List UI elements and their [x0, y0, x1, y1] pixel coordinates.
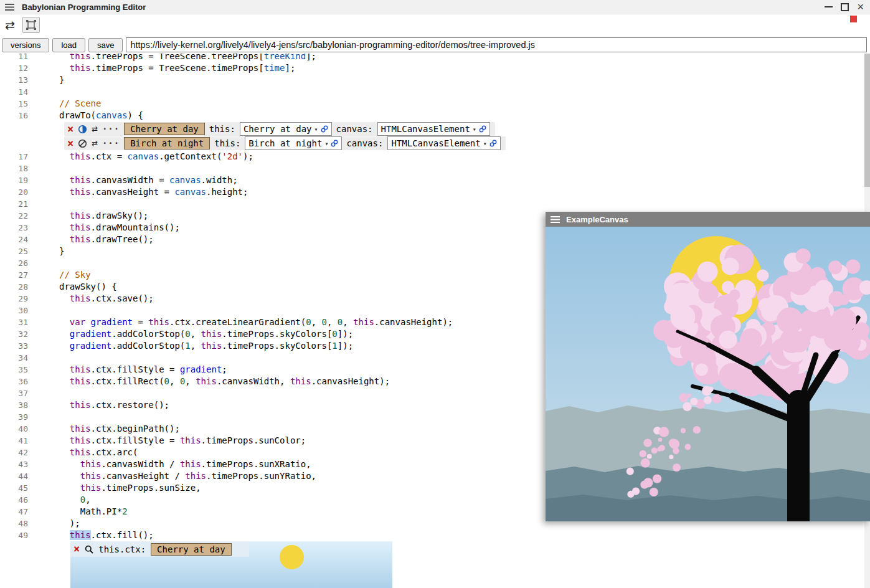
more-options-icon[interactable]: ···	[102, 125, 120, 133]
line-number[interactable]: 49	[0, 529, 28, 541]
load-button[interactable]: load	[52, 38, 85, 52]
code-line-text[interactable]: gradient.addColorStop(0, this.timeProps.…	[59, 328, 353, 340]
menu-icon[interactable]	[551, 216, 560, 223]
line-number[interactable]: 21	[0, 198, 28, 210]
line-number[interactable]: 17	[0, 151, 28, 163]
code-line-text[interactable]: }	[59, 74, 64, 86]
line-number[interactable]: 41	[0, 435, 28, 447]
probe-example-button[interactable]: Cherry at day	[151, 543, 232, 556]
line-number[interactable]: 34	[0, 352, 28, 364]
line-number[interactable]: 32	[0, 328, 28, 340]
code-line-text[interactable]: this.ctx.fillStyle = this.timeProps.sunC…	[59, 435, 306, 447]
code-line-text[interactable]: drawSky() {	[59, 281, 117, 293]
code-line-text[interactable]: this.drawMountains();	[59, 222, 180, 234]
canvas-binding-dropdown[interactable]: HTMLCanvasElement▾	[387, 136, 500, 150]
line-number[interactable]: 27	[0, 269, 28, 281]
line-number[interactable]: 29	[0, 293, 28, 305]
remove-probe-icon[interactable]: ×	[73, 544, 80, 554]
menu-icon[interactable]	[5, 4, 14, 11]
versions-button[interactable]: versions	[2, 38, 49, 52]
line-number[interactable]: 20	[0, 186, 28, 198]
line-number[interactable]: 25	[0, 245, 28, 257]
toggle-example-icon[interactable]	[78, 125, 87, 134]
line-number[interactable]: 13	[0, 74, 28, 86]
link-icon[interactable]	[331, 140, 338, 147]
scrollbar-thumb[interactable]	[864, 54, 870, 187]
line-number[interactable]: 31	[0, 316, 28, 328]
magnifier-icon[interactable]	[85, 545, 93, 554]
swap-example-icon[interactable]: ⇄	[92, 138, 98, 148]
code-line-text[interactable]: this.drawSky();	[59, 210, 148, 222]
code-line-text[interactable]: this.ctx.beginPath();	[59, 423, 180, 435]
code-line-text[interactable]: this.ctx.fillStyle = gradient;	[59, 364, 227, 376]
line-number[interactable]: 11	[0, 54, 28, 62]
code-line-text[interactable]: this.treeProps = TreeScene.treeProps[tre…	[59, 54, 316, 62]
line-number[interactable]: 46	[0, 494, 28, 506]
line-number[interactable]: 18	[0, 163, 28, 174]
line-number[interactable]: 37	[0, 387, 28, 399]
code-line-text[interactable]: );	[59, 518, 80, 529]
line-number[interactable]: 40	[0, 423, 28, 435]
line-number[interactable]: 12	[0, 62, 28, 74]
code-line-text[interactable]: this.ctx.save();	[59, 293, 154, 305]
line-number[interactable]: 33	[0, 340, 28, 352]
example-canvas-titlebar[interactable]: ExampleCanvas	[546, 212, 870, 227]
save-button[interactable]: save	[88, 38, 123, 52]
code-line-text[interactable]: drawTo(canvas) {	[59, 110, 143, 121]
code-line-text[interactable]: this.canvasWidth = canvas.width;	[59, 174, 238, 186]
code-line-text[interactable]: 0,	[59, 494, 91, 506]
toggle-example-icon[interactable]	[78, 139, 87, 148]
frame-select-button[interactable]	[22, 17, 40, 33]
code-line-text[interactable]: var gradient = this.ctx.createLinearGrad…	[59, 316, 453, 328]
line-number[interactable]: 16	[0, 110, 28, 121]
swap-arrows-icon[interactable]: ⇄	[5, 19, 15, 31]
line-number[interactable]: 43	[0, 458, 28, 470]
line-number[interactable]: 39	[0, 411, 28, 423]
canvas-binding-dropdown[interactable]: HTMLCanvasElement▾	[377, 122, 490, 136]
line-number[interactable]: 14	[0, 86, 28, 98]
code-line-text[interactable]: this.canvasWidth / this.timeProps.sunXRa…	[59, 458, 311, 470]
line-number[interactable]: 47	[0, 506, 28, 518]
line-number[interactable]: 48	[0, 518, 28, 529]
code-line-text[interactable]: Math.PI*2	[59, 506, 128, 518]
code-line-text[interactable]: this.timeProps.sunSize,	[59, 482, 201, 494]
line-number[interactable]: 36	[0, 376, 28, 387]
code-line-text[interactable]: this.ctx.fillRect(0, 0, this.canvasWidth…	[59, 376, 390, 387]
code-line-text[interactable]: }	[59, 245, 64, 257]
example-name-button[interactable]: Birch at night	[124, 137, 210, 149]
this-binding-dropdown[interactable]: Birch at night▾	[245, 136, 342, 150]
line-number[interactable]: 45	[0, 482, 28, 494]
code-line-text[interactable]: // Sky	[59, 269, 91, 281]
code-line-text[interactable]: this.timeProps = TreeScene.timeProps[tim…	[59, 62, 295, 74]
line-number[interactable]: 38	[0, 399, 28, 411]
close-icon[interactable]: ×	[857, 2, 864, 11]
remove-example-icon[interactable]: ×	[67, 138, 73, 149]
line-number[interactable]: 15	[0, 98, 28, 110]
code-line-text[interactable]: this.ctx = canvas.getContext('2d');	[59, 151, 253, 163]
this-binding-dropdown[interactable]: Cherry at day▾	[240, 122, 332, 136]
remove-example-icon[interactable]: ×	[67, 124, 73, 135]
line-number[interactable]: 22	[0, 210, 28, 222]
line-number[interactable]: 24	[0, 234, 28, 245]
line-number[interactable]: 23	[0, 222, 28, 234]
code-line-text[interactable]: this.canvasHeight = canvas.height;	[59, 186, 248, 198]
more-options-icon[interactable]: ···	[102, 139, 120, 148]
code-line-text[interactable]: gradient.addColorStop(1, this.timeProps.…	[59, 340, 353, 352]
code-line-text[interactable]: this.canvasHeight / this.timeProps.sunYR…	[59, 470, 316, 482]
line-number[interactable]: 28	[0, 281, 28, 293]
code-line-text[interactable]: this.ctx.fill();	[59, 529, 154, 541]
code-line-text[interactable]: this.drawTree();	[59, 234, 154, 245]
line-number[interactable]: 30	[0, 305, 28, 316]
link-icon[interactable]	[321, 125, 328, 133]
example-name-button[interactable]: Cherry at day	[124, 123, 205, 135]
swap-example-icon[interactable]: ⇄	[92, 124, 98, 134]
line-number[interactable]: 26	[0, 257, 28, 269]
maximize-icon[interactable]	[841, 3, 849, 11]
line-number[interactable]: 19	[0, 174, 28, 186]
code-line-text[interactable]: this.ctx.restore();	[59, 399, 169, 411]
line-number[interactable]: 44	[0, 470, 28, 482]
url-input[interactable]	[126, 37, 867, 52]
code-line-text[interactable]: // Scene	[59, 98, 101, 110]
minimize-icon[interactable]	[825, 6, 833, 7]
link-icon[interactable]	[489, 140, 497, 147]
